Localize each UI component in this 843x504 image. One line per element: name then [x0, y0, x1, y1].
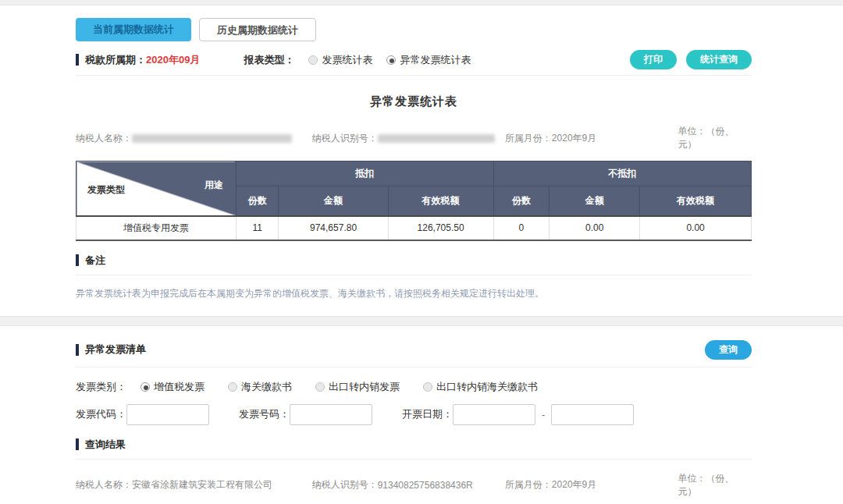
invoice-date-end-input[interactable]	[551, 404, 634, 425]
taxpayer-name-value: 安徽省涂新建筑安装工程有限公司	[132, 478, 272, 492]
col-header: 份数	[493, 186, 550, 216]
section-bar-icon	[76, 438, 79, 450]
result-section-head: 查询结果	[76, 438, 752, 460]
category-option-label: 出口转内销发票	[329, 381, 400, 392]
col-header: 有效税额	[640, 186, 752, 216]
category-option-label: 增值税发票	[154, 381, 205, 392]
tab-current-period[interactable]: 当前属期数据统计	[76, 18, 191, 41]
invoice-category-row: 发票类别： 增值税发票 海关缴款书 出口转内销发票 出口转内销海关缴款书	[76, 380, 752, 394]
detail-section-head: 异常发票清单 查询	[76, 340, 752, 367]
redacted-taxpayer-name	[132, 134, 292, 143]
invoice-number-input[interactable]	[290, 404, 372, 425]
redacted-taxpayer-id	[378, 134, 495, 143]
deduct-count-cell: 11	[237, 216, 279, 240]
report-type-option-label: 异常发票统计表	[400, 54, 471, 66]
taxpayer-id-label: 纳税人识别号：	[312, 478, 378, 492]
report-type-option-label: 发票统计表	[322, 54, 372, 66]
remark-title: 备注	[85, 254, 105, 268]
section-bar-icon	[76, 254, 79, 266]
summary-filter-bar: 税款所属期： 2020年09月 报表类型： 发票统计表 异常发票统计表 打印 统…	[76, 49, 752, 76]
abnormal-summary-table: 用途 发票类型 抵扣 不抵扣 份数 金额 有效税额 份数 金额 有效税额 增值税…	[76, 161, 752, 241]
invoice-code-input[interactable]	[126, 404, 209, 425]
month-value: 2020年9月	[552, 479, 596, 490]
taxpayer-name-label: 纳税人名称：	[76, 478, 132, 492]
group-header-deduct: 抵扣	[237, 161, 494, 186]
radio-icon[interactable]	[228, 382, 237, 392]
radio-icon[interactable]	[315, 382, 325, 392]
deduct-tax-cell: 126,705.50	[388, 216, 493, 240]
date-range-separator: -	[542, 409, 545, 421]
usage-axis-label: 用途	[205, 179, 223, 192]
remark-text: 异常发票统计表为申报完成后在本属期变为异常的增值税发票、海关缴款书，请按照税务相…	[76, 287, 752, 316]
taxpayer-id-label: 纳税人识别号：	[312, 132, 378, 145]
summary-info-row: 纳税人名称： 纳税人识别号： 所属月份：2020年9月 单位：（份、元）	[76, 125, 752, 151]
col-header: 份数	[237, 186, 279, 216]
detail-card: 异常发票清单 查询 发票类别： 增值税发票 海关缴款书 出口转内销发票 出口转内…	[0, 326, 843, 504]
invoice-date-start-input[interactable]	[453, 404, 535, 425]
report-title: 异常发票统计表	[76, 94, 752, 109]
table-row: 增值税专用发票 11 974,657.80 126,705.50 0 0.00 …	[76, 216, 752, 240]
result-title: 查询结果	[85, 438, 126, 452]
nondeduct-tax-cell: 0.00	[640, 216, 752, 240]
month-label: 所属月份：	[505, 133, 552, 144]
radio-selected-icon[interactable]	[386, 55, 396, 65]
result-info-row: 纳税人名称： 安徽省涂新建筑安装工程有限公司 纳税人识别号： 913408257…	[76, 472, 752, 499]
col-header: 金额	[279, 186, 388, 216]
period-tabs: 当前属期数据统计 历史属期数据统计	[76, 18, 752, 41]
category-option-vat[interactable]: 增值税发票	[140, 380, 205, 394]
category-option-customs[interactable]: 海关缴款书	[228, 380, 292, 394]
detail-title: 异常发票清单	[85, 343, 146, 357]
card-divider	[0, 316, 843, 326]
category-option-label: 海关缴款书	[241, 381, 292, 392]
group-header-nondeduct: 不抵扣	[493, 161, 751, 186]
nondeduct-count-cell: 0	[493, 216, 550, 240]
col-header: 金额	[550, 186, 640, 216]
radio-icon[interactable]	[423, 382, 432, 392]
tax-period-value: 2020年09月	[146, 53, 200, 67]
stat-query-button[interactable]: 统计查询	[686, 50, 752, 69]
report-type-option-abnormal[interactable]: 异常发票统计表	[386, 53, 471, 67]
invoice-filter-inputs: 发票代码： 发票号码： 开票日期： -	[76, 404, 752, 425]
page-top-strip	[0, 0, 843, 5]
invoice-number-label: 发票号码：	[239, 407, 290, 421]
radio-icon[interactable]	[308, 55, 318, 65]
taxpayer-name-label: 纳税人名称：	[76, 132, 132, 145]
invoice-date-label: 开票日期：	[402, 407, 453, 421]
tab-history-period[interactable]: 历史属期数据统计	[199, 18, 316, 41]
invoice-code-label: 发票代码：	[76, 407, 126, 421]
unit-label: 单位：（份、元）	[678, 472, 752, 499]
col-header: 有效税额	[388, 186, 493, 216]
category-option-export-invoice[interactable]: 出口转内销发票	[315, 380, 400, 394]
month-value: 2020年9月	[552, 133, 596, 144]
report-type-option-invoice[interactable]: 发票统计表	[308, 53, 372, 67]
print-button[interactable]: 打印	[630, 50, 677, 69]
category-option-export-customs[interactable]: 出口转内销海关缴款书	[423, 380, 538, 394]
report-type-label: 报表类型：	[244, 53, 294, 67]
invoice-type-cell: 增值税专用发票	[76, 216, 237, 240]
section-bar-icon	[76, 344, 79, 356]
remark-section-head: 备注	[76, 254, 752, 275]
invoice-type-axis-label: 发票类型	[87, 183, 125, 197]
diagonal-header-cell: 用途 发票类型	[76, 161, 237, 216]
radio-selected-icon[interactable]	[140, 382, 150, 392]
query-button[interactable]: 查询	[705, 340, 752, 360]
summary-card: 当前属期数据统计 历史属期数据统计 税款所属期： 2020年09月 报表类型： …	[0, 5, 843, 316]
taxpayer-id-value: 91340825756838436R	[378, 480, 473, 491]
month-label: 所属月份：	[505, 479, 552, 490]
tax-period-label: 税款所属期：	[85, 53, 146, 67]
category-option-label: 出口转内销海关缴款书	[436, 381, 538, 392]
section-bar-icon	[76, 54, 79, 66]
invoice-category-label: 发票类别：	[76, 380, 126, 394]
nondeduct-amount-cell: 0.00	[550, 216, 640, 240]
unit-label: 单位：（份、元）	[678, 125, 752, 151]
deduct-amount-cell: 974,657.80	[279, 216, 388, 240]
